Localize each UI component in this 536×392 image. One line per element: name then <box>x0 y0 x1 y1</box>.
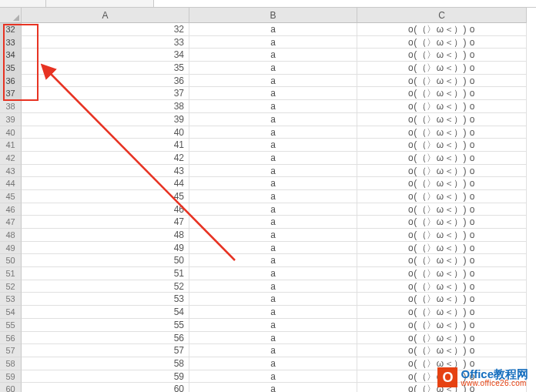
column-header-b[interactable]: B <box>189 8 357 23</box>
cell[interactable]: 48 <box>22 229 189 242</box>
row-header[interactable]: 59 <box>0 370 22 384</box>
cell[interactable]: 33 <box>22 36 189 49</box>
cell[interactable]: 55 <box>22 319 189 332</box>
cell[interactable]: 37 <box>22 87 189 100</box>
cell[interactable]: o(（〉ω＜）) o <box>357 75 527 88</box>
column-header-a[interactable]: A <box>22 8 189 23</box>
cell[interactable]: 52 <box>22 280 189 293</box>
cell[interactable]: a <box>189 126 357 139</box>
formula-input[interactable] <box>154 0 536 7</box>
cell[interactable]: o(（〉ω＜）) o <box>357 177 527 190</box>
cell[interactable]: a <box>189 165 357 178</box>
cell[interactable]: o(（〉ω＜）) o <box>357 254 527 267</box>
cell[interactable]: 58 <box>22 357 189 370</box>
cell[interactable]: 57 <box>22 344 189 357</box>
cell[interactable]: o(（〉ω＜）) o <box>357 36 527 49</box>
cell[interactable]: 35 <box>22 62 189 75</box>
cell[interactable]: o(（〉ω＜）) o <box>357 87 527 100</box>
cell[interactable]: 56 <box>22 332 189 345</box>
cell[interactable]: 59 <box>22 370 189 384</box>
cell[interactable]: 39 <box>22 113 189 126</box>
cell[interactable]: a <box>189 113 357 126</box>
cell[interactable]: a <box>189 190 357 203</box>
cell[interactable]: a <box>189 62 357 75</box>
cell[interactable]: 54 <box>22 306 189 319</box>
row-header[interactable]: 36 <box>0 75 22 88</box>
cell[interactable]: o(（〉ω＜）) o <box>357 165 527 178</box>
cell[interactable]: a <box>189 357 357 370</box>
cell[interactable]: a <box>189 242 357 255</box>
row-header[interactable]: 43 <box>0 165 22 178</box>
cell[interactable]: 60 <box>22 383 189 392</box>
cell[interactable]: o(（〉ω＜）) o <box>357 332 527 345</box>
row-header[interactable]: 52 <box>0 280 22 293</box>
row-header[interactable]: 60 <box>0 383 22 392</box>
cell[interactable]: o(（〉ω＜）) o <box>357 152 527 165</box>
row-header[interactable]: 45 <box>0 190 22 203</box>
cell[interactable]: a <box>189 229 357 242</box>
cell[interactable]: 38 <box>22 100 189 113</box>
cell[interactable]: a <box>189 319 357 332</box>
cell[interactable]: a <box>189 100 357 113</box>
cell[interactable]: a <box>189 75 357 88</box>
cell[interactable]: a <box>189 216 357 229</box>
cell[interactable]: o(（〉ω＜）) o <box>357 126 527 139</box>
cell[interactable]: 50 <box>22 254 189 267</box>
cell[interactable]: a <box>189 177 357 190</box>
row-header[interactable]: 54 <box>0 306 22 319</box>
row-header[interactable]: 44 <box>0 177 22 190</box>
row-header[interactable]: 51 <box>0 267 22 280</box>
row-header[interactable]: 57 <box>0 344 22 357</box>
cell[interactable]: o(（〉ω＜）) o <box>357 100 527 113</box>
cell[interactable]: 47 <box>22 216 189 229</box>
cell[interactable]: o(（〉ω＜）) o <box>357 190 527 203</box>
cell[interactable]: a <box>189 152 357 165</box>
cell[interactable]: a <box>189 332 357 345</box>
row-header[interactable]: 55 <box>0 319 22 332</box>
cell[interactable]: o(（〉ω＜）) o <box>357 139 527 152</box>
cell[interactable]: a <box>189 306 357 319</box>
cell[interactable]: a <box>189 23 357 36</box>
cell[interactable]: a <box>189 267 357 280</box>
row-header[interactable]: 40 <box>0 126 22 139</box>
row-header[interactable]: 38 <box>0 100 22 113</box>
cell[interactable]: o(（〉ω＜）) o <box>357 62 527 75</box>
cell[interactable]: 44 <box>22 177 189 190</box>
cell[interactable]: 45 <box>22 190 189 203</box>
cell[interactable]: o(（〉ω＜）) o <box>357 229 527 242</box>
cell[interactable]: 53 <box>22 293 189 306</box>
cell[interactable]: 46 <box>22 203 189 216</box>
cell[interactable]: a <box>189 139 357 152</box>
row-header[interactable]: 50 <box>0 254 22 267</box>
row-header[interactable]: 35 <box>0 62 22 75</box>
row-header[interactable]: 42 <box>0 152 22 165</box>
cell[interactable]: 51 <box>22 267 189 280</box>
cell[interactable]: a <box>189 370 357 384</box>
row-header[interactable]: 58 <box>0 357 22 370</box>
row-header[interactable]: 37 <box>0 87 22 100</box>
row-header[interactable]: 39 <box>0 113 22 126</box>
fx-button-area[interactable] <box>46 0 154 7</box>
cell[interactable]: a <box>189 383 357 392</box>
cell[interactable]: o(（〉ω＜）) o <box>357 319 527 332</box>
row-header[interactable]: 32 <box>0 23 22 36</box>
row-header[interactable]: 48 <box>0 229 22 242</box>
cell[interactable]: 40 <box>22 126 189 139</box>
cell[interactable]: 36 <box>22 75 189 88</box>
row-header[interactable]: 49 <box>0 242 22 255</box>
cell[interactable]: a <box>189 49 357 62</box>
cell[interactable]: o(（〉ω＜）) o <box>357 216 527 229</box>
cell[interactable]: a <box>189 36 357 49</box>
cell[interactable]: 41 <box>22 139 189 152</box>
name-box[interactable] <box>0 0 46 7</box>
cell[interactable]: 32 <box>22 23 189 36</box>
cell[interactable]: 43 <box>22 165 189 178</box>
row-header[interactable]: 33 <box>0 36 22 49</box>
cell[interactable]: a <box>189 293 357 306</box>
row-header[interactable]: 41 <box>0 139 22 152</box>
cell[interactable]: a <box>189 344 357 357</box>
cell[interactable]: o(（〉ω＜）) o <box>357 344 527 357</box>
row-header[interactable]: 53 <box>0 293 22 306</box>
cell[interactable]: o(（〉ω＜）) o <box>357 242 527 255</box>
cell[interactable]: o(（〉ω＜）) o <box>357 293 527 306</box>
